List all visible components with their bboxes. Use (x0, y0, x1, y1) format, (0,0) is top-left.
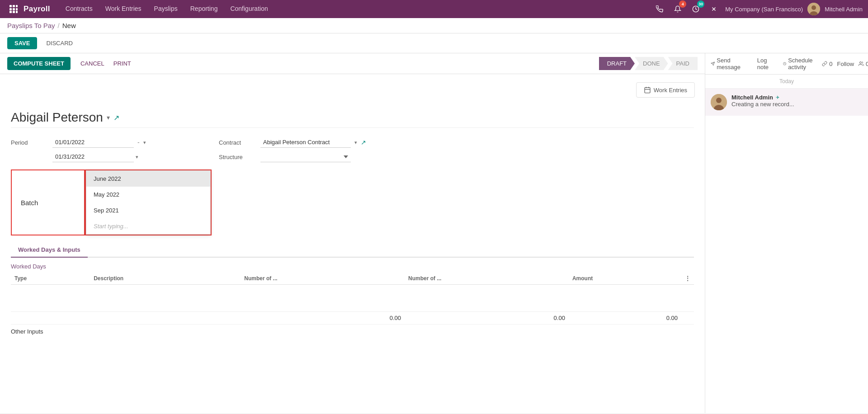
employee-name-value: Abigail Peterson (11, 110, 103, 125)
svg-rect-5 (16, 8, 18, 10)
employee-dropdown-arrow[interactable]: ▾ (107, 114, 110, 121)
svg-point-22 (860, 62, 862, 64)
col-description: Description (90, 273, 241, 285)
contract-input[interactable] (260, 137, 351, 148)
send-icon: ✈ (776, 95, 779, 100)
contract-external-link[interactable]: ↗ (361, 139, 366, 146)
total-amount: 0.00 (569, 312, 681, 325)
col-number2: Number of ... (405, 273, 569, 285)
period-end-arrow[interactable]: ▾ (136, 154, 138, 160)
total-number2: 0.00 (405, 312, 569, 325)
svg-rect-6 (9, 11, 12, 13)
svg-rect-2 (16, 5, 18, 7)
batch-label: Batch (12, 170, 84, 235)
compute-sheet-button[interactable]: COMPUTE SHEET (7, 57, 71, 70)
breadcrumb-current: New (62, 22, 76, 29)
work-entries-area: Work Entries (0, 74, 705, 101)
totals-row: 0.00 0.00 0.00 (11, 312, 694, 325)
schedule-activity-button[interactable]: Schedule activity (783, 57, 815, 71)
main-layout: COMPUTE SHEET CANCEL PRINT DRAFT DONE PA… (0, 53, 868, 413)
top-navigation: Payroll Contracts Work Entries Payslips … (0, 0, 868, 18)
batch-option-sep-2021[interactable]: Sep 2021 (86, 202, 210, 218)
content-area: COMPUTE SHEET CANCEL PRINT DRAFT DONE PA… (0, 53, 705, 413)
batch-dropdown[interactable]: June 2022 May 2022 Sep 2021 Start typing… (86, 170, 211, 235)
nav-work-entries[interactable]: Work Entries (99, 0, 148, 18)
structure-select[interactable] (260, 151, 351, 162)
contract-field: Contract ▾ ↗ (219, 137, 382, 148)
notifications-icon[interactable]: 4 (671, 2, 684, 16)
period-value: - ▾ (52, 137, 146, 148)
chatter-header: Send message Log note Schedule activity (705, 53, 868, 75)
status-paid[interactable]: PAID (668, 57, 698, 70)
worked-days-table: Type Description Number of ... Number of… (11, 273, 694, 325)
contract-label: Contract (219, 139, 255, 146)
period-start-arrow[interactable]: ▾ (143, 140, 146, 146)
period-label: Period (11, 139, 47, 146)
nav-contracts[interactable]: Contracts (59, 0, 99, 18)
svg-rect-15 (645, 88, 650, 93)
username: Mitchell Admin (825, 6, 863, 13)
save-button[interactable]: SAVE (7, 37, 37, 49)
links-button[interactable]: 0 (822, 61, 832, 67)
nav-payslips[interactable]: Payslips (148, 0, 184, 18)
breadcrumb-parent[interactable]: Payslips To Pay (7, 22, 55, 29)
structure-label: Structure (219, 154, 255, 160)
batch-placeholder[interactable]: Start typing... (86, 218, 210, 234)
message-content: Mitchell Admin ✈ Creating a new record..… (731, 94, 794, 110)
col-type: Type (11, 273, 90, 285)
batch-option-june-2022[interactable]: June 2022 (86, 171, 210, 187)
form-scroll-area: Work Entries Abigail Peterson ▾ ↗ Period (0, 74, 705, 413)
avatar[interactable] (807, 3, 820, 15)
col-number1: Number of ... (241, 273, 405, 285)
print-button[interactable]: PRINT (109, 57, 136, 70)
follow-button[interactable]: Follow (837, 61, 854, 67)
apps-icon[interactable] (5, 1, 22, 17)
period-start-input[interactable] (52, 137, 134, 148)
status-done[interactable]: DONE (635, 57, 668, 70)
contract-dropdown-arrow[interactable]: ▾ (354, 140, 357, 146)
activity-icon[interactable]: 30 (689, 2, 703, 16)
status-pipeline: DRAFT DONE PAID (599, 57, 698, 70)
worked-days-section: Worked Days (11, 258, 694, 273)
contract-value: ▾ ↗ (260, 137, 366, 148)
period-separator: - (136, 139, 142, 146)
action-bar: SAVE DISCARD (0, 33, 868, 53)
work-entries-button[interactable]: Work Entries (636, 82, 695, 98)
discard-button[interactable]: DISCARD (41, 37, 78, 49)
svg-rect-3 (9, 8, 12, 10)
close-icon[interactable] (707, 2, 721, 16)
message-avatar (711, 94, 727, 110)
svg-rect-4 (13, 8, 15, 10)
col-amount: Amount (569, 273, 681, 285)
followers-count[interactable]: 0 (859, 61, 868, 67)
employee-external-link[interactable]: ↗ (113, 113, 119, 122)
work-entries-label: Work Entries (654, 87, 687, 94)
total-number1: 0.00 (241, 312, 405, 325)
notification-badge: 4 (679, 0, 686, 8)
batch-option-may-2022[interactable]: May 2022 (86, 187, 210, 202)
phone-icon[interactable] (653, 2, 666, 16)
chatter-panel: Send message Log note Schedule activity (705, 53, 868, 413)
employee-name-field: Abigail Peterson ▾ ↗ (11, 110, 694, 128)
send-message-button[interactable]: Send message (711, 57, 743, 71)
svg-rect-1 (13, 5, 15, 7)
form-content: Abigail Peterson ▾ ↗ Period - ▾ (0, 101, 705, 348)
status-draft[interactable]: DRAFT (599, 57, 635, 70)
brand-name: Payroll (24, 5, 50, 14)
period-end-field: ▾ (11, 151, 192, 162)
other-inputs-label: Other Inputs (11, 325, 694, 339)
message-author: Mitchell Admin (731, 94, 773, 101)
log-note-button[interactable]: Log note (757, 57, 769, 71)
company-info: My Company (San Francisco) (725, 6, 803, 13)
right-icons: 4 30 My Company (San Francisco) Mitchell… (653, 2, 863, 16)
svg-point-13 (811, 5, 816, 10)
nav-configuration[interactable]: Configuration (224, 0, 274, 18)
period-field: Period - ▾ (11, 137, 192, 148)
col-options: ⋮ (681, 273, 694, 285)
tab-worked-days[interactable]: Worked Days & Inputs (11, 243, 88, 258)
period-end-input[interactable] (52, 151, 134, 162)
form-toolbar: COMPUTE SHEET CANCEL PRINT DRAFT DONE PA… (0, 53, 705, 74)
activity-badge: 30 (697, 0, 704, 8)
cancel-button[interactable]: CANCEL (76, 57, 109, 70)
nav-reporting[interactable]: Reporting (184, 0, 224, 18)
